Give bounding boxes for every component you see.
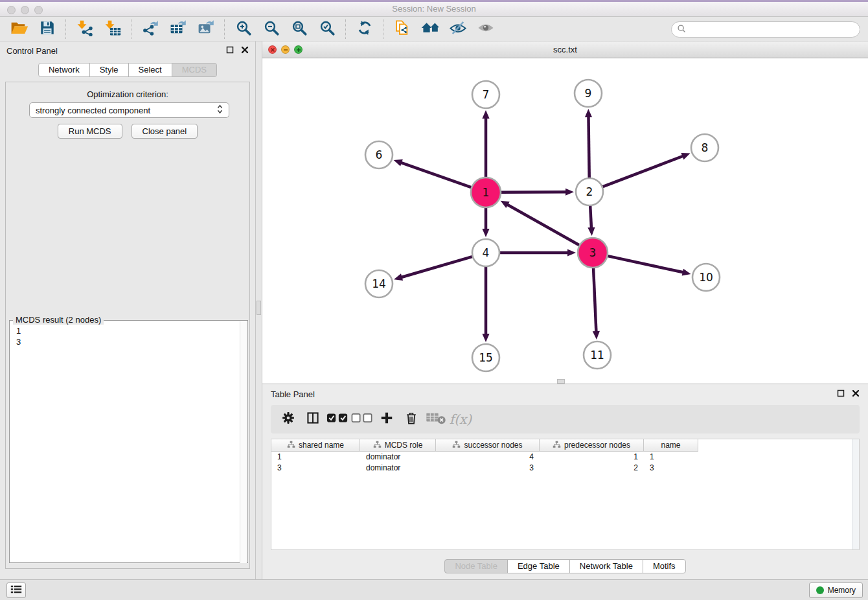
table-tab-edge-table[interactable]: Edge Table [507,559,570,573]
table-cell[interactable]: 3 [271,463,360,474]
splitter-grip[interactable] [257,301,261,315]
task-history-button[interactable] [6,583,26,598]
graph-node-15[interactable]: 15 [472,344,499,371]
graph-edge[interactable] [401,257,472,277]
table-tab-motifs[interactable]: Motifs [643,559,686,573]
table-cell[interactable]: 1 [540,452,644,463]
graph-node-10[interactable]: 10 [692,264,720,291]
app-minimize-button[interactable] [21,6,29,14]
vertical-splitter[interactable] [255,41,262,579]
column-header-shared-name[interactable]: shared name [271,439,360,452]
zoom-fit-button[interactable] [285,18,313,40]
tab-network[interactable]: Network [38,63,90,77]
graph-edge[interactable] [588,116,589,178]
home-button[interactable] [416,18,444,40]
graph-edge[interactable] [608,256,683,272]
close-panel-button[interactable]: Close panel [131,124,198,139]
graph-node-14[interactable]: 14 [365,270,393,297]
refresh-button[interactable] [350,18,378,40]
table-panel-float-icon[interactable] [837,388,845,400]
graph-edge[interactable] [501,192,567,192]
graph-edge[interactable] [400,163,471,187]
show-all-button[interactable] [472,18,499,40]
graph-node-2[interactable]: 2 [576,178,603,205]
table-tab-network-table[interactable]: Network Table [569,559,643,573]
deselect-all-button[interactable] [350,408,374,431]
graph-edge-arrowhead [585,109,592,117]
graph-edge[interactable] [590,206,591,229]
network-close-button[interactable] [268,45,277,54]
svg-text:2: 2 [586,185,593,198]
hide-selected-button[interactable] [444,18,472,40]
graph-node-11[interactable]: 11 [584,341,611,369]
table-row[interactable]: 1dominator411 [271,452,859,463]
graph-node-1[interactable]: 1 [471,178,501,207]
mcds-result-list[interactable]: 13 [10,321,247,352]
tab-select[interactable]: Select [128,63,172,77]
tab-mcds[interactable]: MCDS [172,63,217,77]
network-canvas[interactable]: 7968124314101511 [262,58,868,384]
graph-edge[interactable] [603,156,684,187]
deselect-all-icon [351,411,373,428]
network-minimize-button[interactable] [281,45,290,54]
control-panel-title: Control Panel [6,46,226,56]
export-table-button[interactable] [164,18,192,40]
zoom-in-button[interactable] [229,18,257,40]
table-tab-node-table[interactable]: Node Table [444,559,508,573]
graph-node-6[interactable]: 6 [365,141,393,168]
run-mcds-button[interactable]: Run MCDS [58,124,122,139]
table-cell[interactable]: 1 [644,452,698,463]
zoom-out-button[interactable] [257,18,285,40]
table-scrollbar[interactable] [852,439,859,549]
table-cell[interactable]: 4 [436,452,540,463]
save-button[interactable] [33,18,61,40]
graph-edge-arrowhead [593,331,600,340]
graph-edge[interactable] [593,268,596,332]
control-panel-close-icon[interactable] [241,45,249,56]
optimization-criterion-select[interactable]: strongly connected component [29,102,229,118]
list-icon [10,584,22,597]
settings-button[interactable] [276,408,301,431]
app-close-button[interactable] [7,6,16,14]
export-network-button[interactable] [136,18,164,40]
column-header-predecessor-nodes[interactable]: predecessor nodes [540,439,644,452]
search-input[interactable] [689,25,854,34]
graph-edge[interactable] [507,204,579,245]
open-folder-button[interactable] [5,18,33,40]
table-cell[interactable]: 2 [540,463,644,474]
network-zoom-button[interactable] [294,45,303,54]
mcds-result-scrollbar[interactable] [240,321,247,563]
table-cell[interactable]: 3 [436,463,540,474]
copy-network-button[interactable] [388,18,416,40]
export-image-button[interactable] [192,18,220,40]
graph-node-8[interactable]: 8 [691,134,718,161]
select-all-button[interactable] [325,408,350,431]
add-row-button[interactable] [374,408,399,431]
column-header-mcds-role[interactable]: MCDS role [360,439,436,452]
search-box[interactable] [671,21,860,38]
table-cell[interactable]: dominator [360,452,436,463]
graph-node-7[interactable]: 7 [472,81,499,108]
delete-row-button[interactable] [399,408,424,431]
column-header-name[interactable]: name [644,439,698,452]
app-titlebar: Session: New Session [0,0,868,17]
control-panel-float-icon[interactable] [226,45,234,56]
memory-button[interactable]: Memory [809,583,863,598]
horizontal-splitter-grip[interactable] [557,379,565,384]
import-table-button[interactable] [98,18,126,40]
table-cell[interactable]: 1 [271,452,360,463]
table-cell[interactable]: 3 [644,463,698,474]
graph-node-3[interactable]: 3 [578,238,608,268]
table-row[interactable]: 3dominator323 [271,463,859,474]
zoom-selected-button[interactable] [313,18,341,40]
graph-node-4[interactable]: 4 [472,239,499,266]
mcds-panel: Optimization criterion: strongly connect… [5,82,250,569]
app-zoom-button[interactable] [34,6,43,14]
table-panel-close-icon[interactable] [852,388,860,400]
tab-style[interactable]: Style [89,63,129,77]
import-network-button[interactable] [71,18,98,40]
column-header-successor-nodes[interactable]: successor nodes [436,439,540,452]
table-cell[interactable]: dominator [360,463,436,474]
columns-button[interactable] [301,408,325,431]
graph-node-9[interactable]: 9 [575,80,602,107]
